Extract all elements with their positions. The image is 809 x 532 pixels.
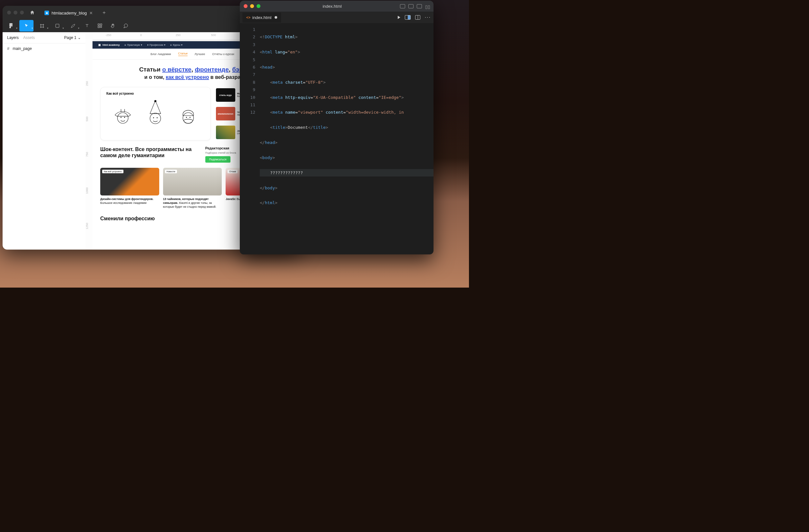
- layout-icons[interactable]: ▯▯: [400, 4, 430, 8]
- panel-left-icon: [400, 4, 405, 8]
- svg-point-15: [186, 117, 187, 118]
- modified-indicator-icon: [275, 16, 277, 19]
- svg-point-13: [157, 118, 158, 118]
- move-tool[interactable]: ▾: [19, 20, 34, 32]
- tab-assets[interactable]: Assets: [23, 35, 35, 40]
- traffic-lights[interactable]: [7, 11, 24, 15]
- resources-tool[interactable]: [94, 20, 106, 32]
- page-dropdown[interactable]: Page 1 ⌄: [64, 35, 81, 40]
- vscode-window: index.html ▯▯ <> index.html ··· 12345678…: [240, 1, 433, 254]
- vscode-titlebar: index.html ▯▯: [240, 1, 433, 12]
- panel-bottom-icon: [408, 4, 414, 8]
- comment-tool[interactable]: [120, 20, 132, 32]
- panel-right-icon: [417, 4, 422, 8]
- svg-point-7: [117, 113, 128, 123]
- layout-customize-icon: ▯▯: [425, 4, 430, 8]
- editor-tabs: <> index.html ···: [240, 12, 433, 23]
- svg-point-11: [154, 100, 156, 102]
- frame-icon: #: [7, 46, 9, 51]
- pen-tool[interactable]: ▾: [66, 20, 80, 32]
- svg-rect-3: [100, 24, 102, 25]
- svg-point-10: [150, 113, 161, 124]
- code-editor[interactable]: 123456789101112 <!DOCTYPE html> <html la…: [240, 23, 433, 254]
- svg-point-12: [153, 118, 154, 118]
- svg-rect-1: [56, 24, 59, 28]
- close-icon[interactable]: ✕: [89, 11, 93, 16]
- mockup-logo: ▣ html academy: [98, 43, 120, 47]
- more-icon[interactable]: ···: [425, 15, 431, 20]
- svg-point-5: [100, 26, 102, 28]
- shape-tool[interactable]: ▾: [50, 20, 65, 32]
- new-tab-button[interactable]: ＋: [100, 8, 108, 17]
- svg-point-0: [11, 25, 13, 26]
- hand-tool[interactable]: [107, 20, 119, 32]
- frame-tool[interactable]: ▾: [35, 20, 49, 32]
- tab-layers[interactable]: Layers: [7, 35, 19, 40]
- tab-file[interactable]: ◆ htmlacademy_blog ✕: [40, 6, 97, 20]
- chevron-down-icon: ⌄: [78, 35, 81, 40]
- svg-rect-2: [98, 24, 100, 25]
- text-tool[interactable]: [81, 20, 93, 32]
- split-preview-icon[interactable]: [405, 15, 411, 20]
- layer-item[interactable]: # main_page: [3, 43, 85, 53]
- svg-rect-4: [98, 26, 100, 28]
- traffic-lights[interactable]: [244, 4, 260, 8]
- svg-point-9: [124, 117, 125, 118]
- window-title: index.html: [264, 4, 400, 9]
- split-editor-icon[interactable]: [415, 15, 420, 20]
- layers-panel: Layers Assets Page 1 ⌄ # main_page: [3, 32, 85, 250]
- figma-menu-icon[interactable]: ▾: [4, 20, 18, 32]
- editor-tab[interactable]: <> index.html: [242, 13, 281, 22]
- ruler-vertical: 250 500 750 1000 1250: [85, 39, 93, 250]
- run-icon[interactable]: [398, 16, 400, 19]
- line-gutter: 123456789101112: [240, 23, 260, 254]
- svg-point-8: [121, 117, 121, 118]
- tab-title: htmlacademy_blog: [52, 11, 87, 16]
- svg-point-16: [190, 117, 190, 118]
- home-icon[interactable]: [28, 8, 37, 17]
- figma-file-icon: ◆: [45, 11, 49, 15]
- html-file-icon: <>: [246, 16, 251, 19]
